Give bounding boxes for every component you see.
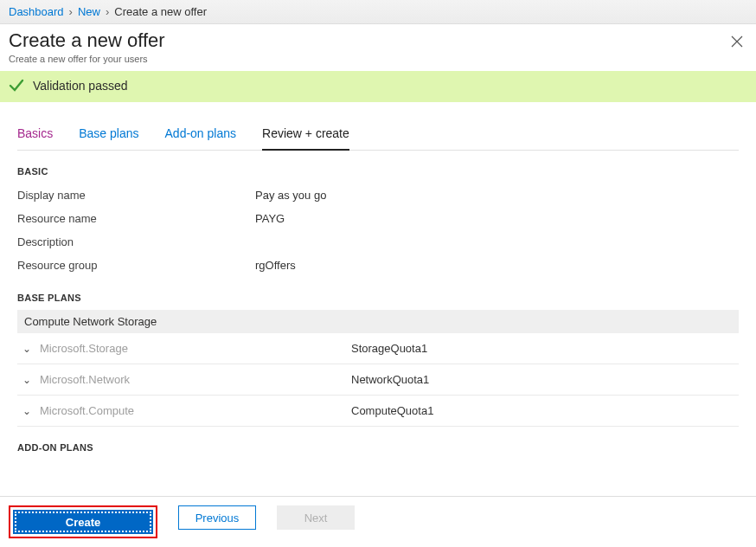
page-header: Create a new offer Create a new offer fo… [0, 24, 756, 71]
plan-service: Microsoft.Network [40, 373, 351, 386]
chevron-down-icon[interactable]: ⌄ [22, 405, 31, 417]
kv-value: Pay as you go [255, 189, 326, 202]
kv-resource-name: Resource name PAYG [17, 207, 739, 230]
tab-review[interactable]: Review + create [262, 121, 349, 151]
validation-text: Validation passed [33, 79, 127, 93]
breadcrumb-new[interactable]: New [78, 5, 100, 18]
tab-basics[interactable]: Basics [17, 121, 53, 150]
plan-quota: NetworkQuota1 [351, 373, 429, 386]
plan-service: Microsoft.Compute [40, 404, 351, 417]
section-basic-title: BASIC [17, 166, 739, 177]
chevron-down-icon[interactable]: ⌄ [22, 374, 31, 386]
wizard-footer: Create Previous Next [0, 496, 756, 547]
kv-label: Display name [17, 189, 255, 202]
plan-row: ⌄ Microsoft.Storage StorageQuota1 [17, 333, 739, 364]
plan-quota: ComputeQuota1 [351, 404, 433, 417]
wizard-tabs: Basics Base plans Add-on plans Review + … [17, 121, 739, 151]
breadcrumb-current: Create a new offer [114, 5, 207, 18]
close-icon [730, 35, 744, 48]
kv-label: Resource group [17, 259, 255, 272]
page-title: Create a new offer [9, 29, 747, 52]
section-addon-plans-title: ADD-ON PLANS [17, 442, 739, 453]
previous-button[interactable]: Previous [178, 505, 256, 530]
plan-service: Microsoft.Storage [40, 342, 351, 355]
kv-label: Description [17, 235, 255, 248]
page-subtitle: Create a new offer for your users [9, 54, 747, 64]
create-button[interactable]: Create [13, 510, 153, 534]
tab-addon-plans[interactable]: Add-on plans [165, 121, 237, 150]
section-base-plans-title: BASE PLANS [17, 293, 739, 303]
kv-label: Resource name [17, 212, 255, 225]
chevron-down-icon[interactable]: ⌄ [22, 343, 31, 355]
plan-row: ⌄ Microsoft.Network NetworkQuota1 [17, 364, 739, 396]
kv-display-name: Display name Pay as you go [17, 183, 739, 207]
kv-resource-group: Resource group rgOffers [17, 254, 739, 277]
breadcrumb: Dashboard › New › Create a new offer [0, 0, 756, 24]
close-button[interactable] [730, 35, 744, 48]
create-highlight: Create [9, 505, 157, 538]
breadcrumb-sep-icon: › [69, 5, 73, 18]
breadcrumb-sep-icon: › [106, 5, 109, 18]
breadcrumb-dashboard[interactable]: Dashboard [9, 5, 64, 18]
check-icon [9, 78, 24, 93]
plan-row: ⌄ Microsoft.Compute ComputeQuota1 [17, 396, 739, 427]
plan-group-header: Compute Network Storage [17, 310, 739, 333]
next-button: Next [277, 505, 355, 530]
plan-quota: StorageQuota1 [351, 342, 427, 355]
tab-base-plans[interactable]: Base plans [79, 121, 138, 150]
validation-banner: Validation passed [0, 71, 756, 102]
kv-value: rgOffers [255, 259, 296, 272]
kv-description: Description [17, 230, 739, 254]
kv-value: PAYG [255, 212, 285, 225]
